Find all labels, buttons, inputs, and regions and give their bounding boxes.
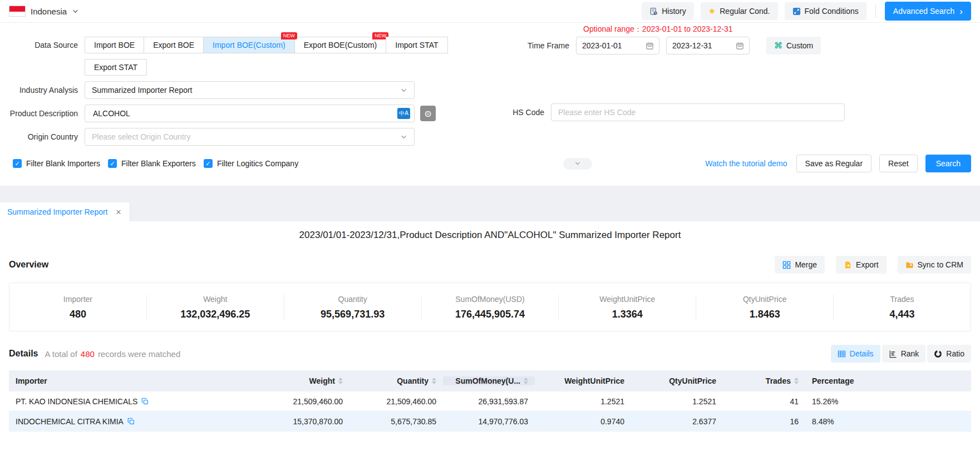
country-name: Indonesia [31,7,67,16]
tab-export-boe-custom[interactable]: Export BOE(Custom)NEW [294,37,386,53]
stat-importer: Importer480 [9,295,146,320]
search-form: Optional range：2023-01-01 to 2023-12-31 … [0,23,980,186]
filters-row: ✓ Filter Blank Importers ✓ Filter Blank … [0,155,980,172]
importer-link[interactable]: PT. KAO INDONESIA CHEMICALS [16,397,137,406]
overview-stats-card: Importer480 Weight132,032,496.25 Quantit… [9,282,971,331]
expand-conditions-button[interactable] [563,158,592,170]
fold-icon [792,7,801,16]
close-icon[interactable]: ✕ [116,208,122,216]
tab-export-boe[interactable]: Export BOE [144,37,204,53]
search-button[interactable]: Search [925,155,971,172]
checkbox-checked-icon: ✓ [108,159,117,168]
tab-import-boe-custom[interactable]: Import BOE(Custom)NEW [203,37,295,53]
details-table: Importer Weight Quantity SumOfMoney(U...… [9,370,971,432]
start-date-input[interactable]: 2023-01-01 [576,37,659,54]
save-as-regular-button[interactable]: Save as Regular [796,155,872,172]
calendar-icon [646,42,654,50]
view-tab-details[interactable]: Details [831,345,880,363]
sync-to-crm-label: Sync to CRM [918,260,963,269]
product-description-label: Product Description [0,109,85,118]
merge-button[interactable]: Merge [775,256,825,274]
table-icon [838,350,846,358]
table-row[interactable]: INDOCHEMICAL CITRA KIMIA 15,370,870.00 5… [9,412,971,432]
copy-icon[interactable] [141,398,149,405]
industry-analysis-select[interactable]: Summarized Importer Report [85,81,415,99]
hs-code-input[interactable] [551,103,845,121]
hs-code-label: HS Code [483,108,551,117]
result-tab-title: Summarized Importer Report [7,207,108,216]
data-source-label: Data Source [0,41,85,49]
calendar-icon [736,42,744,50]
reset-button[interactable]: Reset [879,155,918,172]
col-percentage: Percentage [805,376,971,385]
origin-country-select[interactable]: Please select Origin Country [85,128,415,146]
export-icon [844,261,852,269]
history-button[interactable]: History [642,2,694,20]
export-button[interactable]: Export [836,256,886,274]
product-description-field: 中A [85,105,415,122]
origin-country-label: Origin Country [0,132,85,141]
industry-analysis-row: Industry Analysis Summarized Importer Re… [0,81,980,99]
tab-export-stat[interactable]: Export STAT [85,59,147,76]
details-header: Details A total of 480 records were matc… [9,345,971,363]
col-weight-unit-price: WeightUnitPrice [535,376,631,385]
details-label: Details [9,349,38,359]
history-icon [649,7,658,16]
bar-chart-icon [889,350,897,358]
custom-range-button[interactable]: ⌘ Custom [766,37,821,54]
tutorial-demo-link[interactable]: Watch the tutorial demo [705,159,787,168]
pie-chart-icon [934,350,942,358]
col-sum-of-money: SumOfMoney(U... [443,376,535,385]
result-tab-summarized-importer-report[interactable]: Summarized Importer Report ✕ [0,202,130,221]
filter-blank-importers-checkbox[interactable]: ✓ Filter Blank Importers [13,159,100,168]
checkbox-checked-icon: ✓ [204,159,213,168]
history-label: History [662,7,686,16]
sort-icon[interactable] [524,378,528,384]
sort-icon[interactable] [432,378,436,384]
copy-icon[interactable] [127,418,135,425]
origin-country-row: Origin Country Please select Origin Coun… [0,128,980,146]
table-row[interactable]: PT. KAO INDONESIA CHEMICALS 21,509,460.0… [9,391,971,412]
chevron-right-icon: › [959,7,963,16]
synonym-expand-button[interactable]: ⊜ [420,106,436,121]
time-frame-label: Time Frame [483,41,576,50]
regular-cond-button[interactable]: ★ Regular Cond. [701,2,778,20]
data-source-row-2: Export STAT [0,59,980,76]
overview-actions: Merge Export Sync to CRM [775,256,971,274]
end-date-input[interactable]: 2023-12-31 [666,37,750,54]
synonym-icon: ⊜ [424,108,431,119]
fold-conditions-button[interactable]: Fold Conditions [785,2,866,20]
product-description-input[interactable] [92,108,393,118]
view-tab-ratio[interactable]: Ratio [927,345,971,363]
match-info: A total of 480 records were matched [45,349,180,359]
sort-icon[interactable] [338,378,343,384]
indonesia-flag-icon [9,6,26,17]
industry-analysis-value: Summarized Importer Report [92,86,193,95]
export-label: Export [856,260,878,269]
col-weight: Weight [260,376,349,385]
translate-icon[interactable]: 中A [397,108,410,119]
tab-import-stat[interactable]: Import STAT [386,37,447,53]
match-count: 480 [81,349,95,359]
view-tab-rank[interactable]: Rank [882,345,926,363]
fold-conditions-label: Fold Conditions [805,7,859,16]
topbar-divider [875,4,876,18]
custom-icon: ⌘ [774,41,782,51]
chevron-down-icon [400,87,407,94]
overview-label: Overview [9,260,48,270]
result-tabstrip: Summarized Importer Report ✕ [0,186,980,221]
regular-cond-label: Regular Cond. [720,7,770,16]
chevron-down-icon [400,133,407,141]
tab-import-boe[interactable]: Import BOE [85,37,144,53]
importer-link[interactable]: INDOCHEMICAL CITRA KIMIA [16,417,124,426]
topbar-actions: History ★ Regular Cond. Fold Conditions … [642,2,971,21]
overview-header: Overview Merge Export Sync to CRM [9,256,971,274]
advanced-search-button[interactable]: Advanced Search › [885,2,971,21]
sync-to-crm-button[interactable]: Sync to CRM [898,256,971,274]
col-trades: Trades [723,376,805,385]
country-selector[interactable]: Indonesia [9,6,79,17]
filter-logistics-company-checkbox[interactable]: ✓ Filter Logitics Company [204,159,298,168]
sort-icon[interactable] [794,378,799,384]
topbar: Indonesia History ★ Regular Cond. Fold C… [0,0,980,23]
filter-blank-exporters-checkbox[interactable]: ✓ Filter Blank Exporters [108,159,196,168]
